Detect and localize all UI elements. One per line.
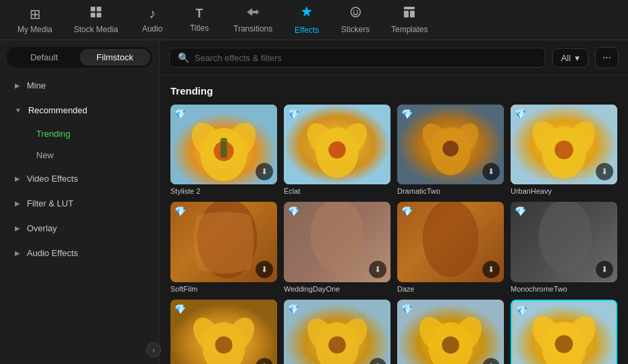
sidebar-item-video-effects-label: Video Effects <box>27 174 78 184</box>
effect-thumb-urbanhigh: 💎 ⬇ <box>397 300 504 365</box>
sidebar-item-overlay[interactable]: ▶ Overlay <box>4 217 155 240</box>
svg-point-21 <box>329 141 346 159</box>
nav-my-media-label: My Media <box>17 25 52 34</box>
effect-label-dramatictwo: DramaticTwo <box>397 187 504 195</box>
effect-label-softfilm: SoftFilm <box>170 285 277 293</box>
titles-icon: T <box>196 7 203 21</box>
effect-card-daze[interactable]: 💎 ⬇ Daze <box>397 202 504 292</box>
svg-point-39 <box>539 202 592 274</box>
svg-point-59 <box>555 335 573 353</box>
sidebar-sub-new[interactable]: New <box>28 145 155 166</box>
tab-default[interactable]: Default <box>9 49 80 66</box>
effect-card-dramatic[interactable]: 💎 ⬇ Dramatic <box>284 300 390 365</box>
effect-card-urbanhigh[interactable]: 💎 ⬇ UrbanHigh <box>397 300 504 365</box>
sidebar-item-mine[interactable]: ▶ Mine <box>4 74 155 97</box>
tab-filmstock[interactable]: Filmstock <box>80 49 151 66</box>
svg-point-35 <box>311 202 364 271</box>
nav-transitions[interactable]: Transitions <box>223 2 283 38</box>
gem-icon-daze: 💎 <box>401 206 413 217</box>
audio-icon: ♪ <box>149 6 156 21</box>
stickers-icon <box>349 5 362 22</box>
chevron-right-icon: ▶ <box>15 82 20 89</box>
effect-card-monochrome[interactable]: 💎 ⬇ MonochromeTwo <box>511 202 617 292</box>
gem-icon-dramatic: 💎 <box>288 304 299 314</box>
nav-stock-media[interactable]: Stock Media <box>63 1 129 38</box>
gem-icon-urbanhigh: 💎 <box>401 304 413 314</box>
gem-icon-urbanheavy: 💎 <box>515 109 526 119</box>
svg-rect-0 <box>91 7 95 11</box>
download-icon-monochrome[interactable]: ⬇ <box>596 261 613 278</box>
transitions-icon <box>246 6 260 21</box>
search-input[interactable] <box>195 53 537 63</box>
sidebar-item-recommended[interactable]: ▼ Recommended <box>4 99 155 122</box>
my-media-icon: ⊞ <box>30 6 41 22</box>
svg-rect-2 <box>91 13 95 17</box>
effect-card-dramatictwo[interactable]: 💎 ⬇ DramaticTwo <box>397 105 504 195</box>
chevron-right-icon-4: ▶ <box>15 225 20 232</box>
effects-area: Trending <box>160 76 628 364</box>
search-icon: 🔍 <box>178 52 189 63</box>
nav-templates[interactable]: Templates <box>380 1 439 38</box>
effects-grid: 💎 ⬇ Styliste 2 <box>170 105 617 364</box>
download-icon-daze[interactable]: ⬇ <box>482 261 500 278</box>
nav-titles[interactable]: T Titles <box>176 3 223 37</box>
effect-card-direction-blur[interactable]: 💎 Direction blur <box>511 300 617 365</box>
svg-rect-9 <box>404 11 409 17</box>
download-icon-softfilm[interactable]: ⬇ <box>256 261 273 278</box>
effect-card-eclat[interactable]: 💎 Éclat <box>284 105 390 195</box>
sidebar-item-mine-label: Mine <box>27 80 46 90</box>
gem-icon-weddingdayone: 💎 <box>288 206 299 217</box>
chevron-down-icon: ▼ <box>15 107 21 114</box>
nav-stickers[interactable]: Stickers <box>330 1 380 38</box>
effect-thumb-softfilm: 💎 ⬇ <box>170 202 277 282</box>
templates-icon <box>403 5 416 22</box>
svg-rect-10 <box>410 11 415 17</box>
effect-card-softfilm[interactable]: 💎 ⬇ SoftFilm <box>170 202 277 292</box>
effect-card-contrasttwo[interactable]: 💎 ⬇ ContrastTwo <box>170 300 277 365</box>
sidebar: Default Filmstock ▶ Mine ▼ Recommended T… <box>0 40 160 364</box>
nav-titles-label: Titles <box>190 23 209 33</box>
svg-marker-4 <box>301 6 312 17</box>
svg-rect-3 <box>97 13 101 17</box>
chevron-right-icon-3: ▶ <box>15 200 20 207</box>
svg-rect-16 <box>221 138 227 158</box>
sidebar-collapse-button[interactable]: ‹ <box>146 343 161 357</box>
sidebar-item-filter-lut[interactable]: ▶ Filter & LUT <box>4 192 155 215</box>
nav-my-media[interactable]: ⊞ My Media <box>7 2 63 38</box>
nav-stickers-label: Stickers <box>341 25 370 34</box>
sidebar-sub-recommended: Trending New <box>0 123 159 166</box>
chevron-right-icon-2: ▶ <box>15 175 20 182</box>
section-title: Trending <box>170 85 617 97</box>
nav-effects[interactable]: Effects <box>283 1 330 39</box>
svg-rect-1 <box>97 7 101 11</box>
sidebar-sub-trending[interactable]: Trending <box>28 123 155 144</box>
search-input-wrapper[interactable]: 🔍 <box>169 48 545 68</box>
filter-dropdown[interactable]: All ▾ <box>552 48 588 68</box>
sidebar-item-video-effects[interactable]: ▶ Video Effects <box>4 167 155 190</box>
effect-thumb-monochrome: 💎 ⬇ <box>511 202 617 282</box>
sidebar-item-audio-effects[interactable]: ▶ Audio Effects <box>4 241 155 265</box>
svg-point-44 <box>215 336 233 353</box>
effect-thumb-styliste2: 💎 ⬇ <box>170 105 277 184</box>
effect-label-urbanheavy: UrbanHeavy <box>511 187 617 195</box>
effect-label-eclat: Éclat <box>284 187 390 195</box>
chevron-left-icon: ‹ <box>152 346 155 354</box>
effect-card-urbanheavy[interactable]: 💎 ⬇ UrbanHeavy <box>511 105 617 195</box>
gem-icon-softfilm: 💎 <box>174 206 186 217</box>
svg-point-7 <box>356 10 358 11</box>
svg-point-37 <box>423 202 478 277</box>
effect-card-weddingdayone[interactable]: 💎 ⬇ WeddingDayOne <box>284 202 390 292</box>
effect-card-styliste2[interactable]: 💎 ⬇ Styliste 2 <box>170 105 277 195</box>
content-area: 🔍 All ▾ ··· Trending <box>160 40 628 364</box>
download-icon-weddingdayone[interactable]: ⬇ <box>369 261 386 278</box>
effect-thumb-eclat: 💎 <box>284 105 390 184</box>
sidebar-toggle: Default Filmstock <box>7 47 152 68</box>
svg-point-5 <box>351 7 360 17</box>
effect-thumb-weddingdayone: 💎 ⬇ <box>284 202 390 282</box>
gem-icon-styliste2: 💎 <box>174 109 186 119</box>
filter-label: All <box>561 53 570 63</box>
gem-icon-eclat: 💎 <box>288 109 299 119</box>
stock-media-icon <box>89 5 103 22</box>
nav-audio[interactable]: ♪ Audio <box>129 2 176 38</box>
more-options-button[interactable]: ··· <box>595 47 619 68</box>
